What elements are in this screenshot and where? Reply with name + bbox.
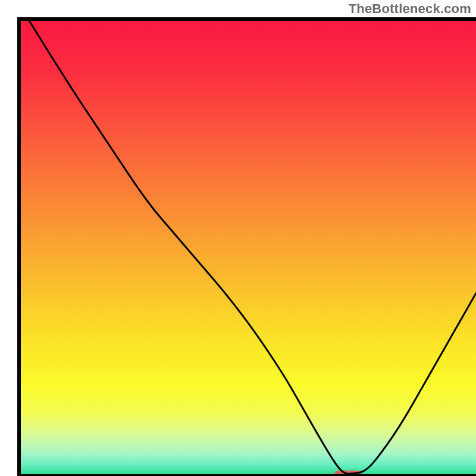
chart-container: TheBottleneck.com — [0, 0, 476, 476]
bottleneck-chart — [0, 0, 476, 476]
gradient-background — [19, 19, 476, 476]
watermark-text: TheBottleneck.com — [349, 1, 471, 17]
